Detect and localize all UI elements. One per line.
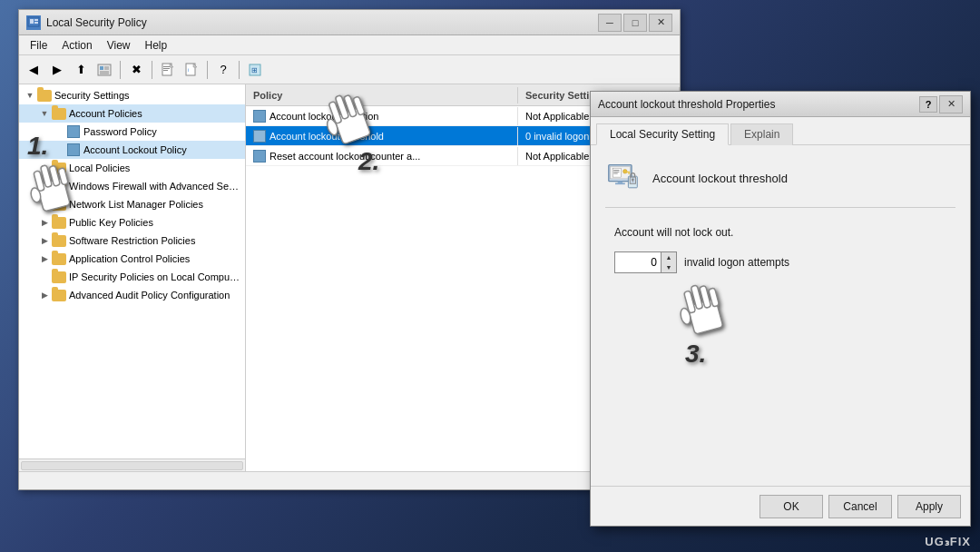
minimize-button[interactable]: ─ bbox=[598, 14, 622, 32]
dialog-icon-section: Account lockout threshold bbox=[605, 160, 956, 208]
tree-item-network[interactable]: Network List Manager Policies bbox=[19, 195, 245, 213]
spin-container: ▲ ▼ invalid logon attempts bbox=[605, 251, 956, 273]
lockout-label: Account will not lock out. bbox=[605, 226, 956, 239]
tree-item-security-settings[interactable]: ▼ Security Settings bbox=[19, 86, 245, 104]
dialog-title-text: Account lockout threshold Properties bbox=[598, 98, 775, 111]
view-menu[interactable]: View bbox=[100, 37, 138, 54]
horizontal-scrollbar[interactable] bbox=[19, 458, 245, 471]
tree-item-account-lockout[interactable]: Account Lockout Policy bbox=[19, 141, 245, 159]
tree-label-password-policy: Password Policy bbox=[83, 126, 157, 137]
expand-icon-local: ▶ bbox=[37, 161, 52, 175]
toolbar-separator4 bbox=[239, 61, 240, 79]
help-menu[interactable]: Help bbox=[138, 37, 175, 54]
tree-item-account-policies[interactable]: ▼ Account Policies bbox=[19, 104, 245, 123]
dialog-close-button[interactable]: ✕ bbox=[939, 95, 963, 113]
dialog-window: Account lockout threshold Properties ? ✕… bbox=[590, 91, 971, 527]
dialog-policy-icon bbox=[605, 160, 642, 196]
tree-label-appcontrol: Application Control Policies bbox=[69, 253, 190, 264]
dialog-title-bar: Account lockout threshold Properties ? ✕ bbox=[591, 92, 970, 117]
tree-item-pubkey[interactable]: ▶ Public Key Policies bbox=[19, 213, 245, 232]
forward-button[interactable]: ▶ bbox=[46, 59, 68, 81]
tree-item-firewall[interactable]: ▶ Windows Firewall with Advanced Secu... bbox=[19, 177, 245, 195]
folder-icon-local bbox=[52, 161, 66, 175]
window-controls: ─ □ ✕ bbox=[598, 14, 672, 32]
export-button[interactable] bbox=[157, 59, 179, 81]
tree-view: ▼ Security Settings ▼ Account Policies bbox=[19, 84, 245, 458]
spin-down-button[interactable]: ▼ bbox=[662, 262, 676, 272]
scroll-track bbox=[21, 461, 243, 470]
tab-explain[interactable]: Explain bbox=[730, 123, 793, 145]
back-button[interactable]: ◀ bbox=[23, 59, 44, 81]
properties-button[interactable] bbox=[93, 59, 115, 81]
policy-icon-lockout bbox=[66, 143, 81, 157]
tree-label-firewall: Windows Firewall with Advanced Secu... bbox=[69, 181, 241, 192]
dialog-controls: ? ✕ bbox=[919, 95, 963, 113]
spin-buttons: ▲ ▼ bbox=[661, 252, 676, 272]
expand-icon-ips bbox=[37, 270, 52, 284]
svg-rect-1 bbox=[30, 19, 34, 24]
content-area: ▼ Security Settings ▼ Account Policies bbox=[19, 84, 680, 471]
task-button[interactable]: ⊞ bbox=[244, 59, 266, 81]
tree-item-ipsec[interactable]: IP Security Policies on Local Compute... bbox=[19, 268, 245, 286]
tree-item-local-policies[interactable]: ▶ Local Policies bbox=[19, 159, 245, 177]
svg-rect-5 bbox=[100, 66, 103, 70]
tree-label-account-policies: Account Policies bbox=[69, 108, 142, 119]
spin-label: invalid logon attempts bbox=[684, 256, 789, 269]
folder-icon-pk bbox=[52, 215, 66, 230]
toolbar-separator2 bbox=[152, 61, 152, 79]
policy-name-duration: Account lockout duration bbox=[246, 107, 518, 125]
spin-input[interactable] bbox=[615, 252, 661, 272]
folder-icon-sr bbox=[52, 233, 66, 248]
toolbar-separator bbox=[120, 61, 121, 79]
svg-rect-3 bbox=[34, 22, 38, 24]
folder-icon-aa bbox=[52, 288, 66, 302]
policy-label-duration: Account lockout duration bbox=[270, 111, 378, 122]
cancel-button[interactable]: Cancel bbox=[828, 495, 892, 518]
up-button[interactable]: ⬆ bbox=[70, 59, 92, 81]
folder-icon-fw bbox=[52, 179, 66, 193]
folder-icon bbox=[37, 88, 52, 103]
tree-label-network: Network List Manager Policies bbox=[69, 199, 203, 210]
help-button[interactable]: ? bbox=[212, 59, 234, 81]
file-menu[interactable]: File bbox=[23, 37, 54, 54]
policy-label-reset: Reset account lockout counter a... bbox=[270, 151, 420, 162]
svg-text:⊞: ⊞ bbox=[251, 66, 258, 74]
expand-icon-aa: ▶ bbox=[37, 288, 52, 302]
svg-rect-28 bbox=[628, 172, 629, 174]
tree-label-account-lockout: Account Lockout Policy bbox=[83, 144, 187, 155]
dialog-help-button[interactable]: ? bbox=[919, 96, 937, 113]
action-menu[interactable]: Action bbox=[54, 37, 99, 54]
svg-rect-22 bbox=[612, 168, 621, 177]
policy-icon-pass bbox=[66, 124, 81, 139]
tree-item-audit[interactable]: ▶ Advanced Audit Policy Configuration bbox=[19, 286, 245, 304]
expand-icon: ▼ bbox=[23, 88, 37, 103]
tree-item-password-policy[interactable]: Password Policy bbox=[19, 123, 245, 141]
svg-rect-35 bbox=[632, 180, 633, 182]
policy-name-threshold: Account lockout threshold bbox=[246, 127, 518, 145]
tab-local-security[interactable]: Local Security Setting bbox=[596, 123, 729, 145]
tree-label-local-policies: Local Policies bbox=[69, 163, 130, 173]
delete-button[interactable]: ✖ bbox=[125, 59, 147, 81]
svg-rect-30 bbox=[615, 182, 625, 184]
watermark: UG₃FIX bbox=[925, 535, 971, 548]
close-button[interactable]: ✕ bbox=[649, 14, 672, 32]
ok-button[interactable]: OK bbox=[760, 495, 823, 518]
dialog-policy-title: Account lockout threshold bbox=[652, 172, 788, 185]
policy-label-threshold: Account lockout threshold bbox=[270, 131, 384, 142]
spin-up-button[interactable]: ▲ bbox=[662, 252, 676, 262]
expand-icon-account: ▼ bbox=[37, 106, 52, 121]
dialog-footer: OK Cancel Apply bbox=[591, 486, 970, 526]
maximize-button[interactable]: □ bbox=[623, 14, 647, 32]
main-window-title: Local Security Policy bbox=[46, 16, 147, 29]
folder-icon-net bbox=[52, 197, 66, 212]
import-button[interactable]: i bbox=[181, 59, 202, 81]
tree-item-appcontrol[interactable]: ▶ Application Control Policies bbox=[19, 250, 245, 268]
toolbar-separator3 bbox=[207, 61, 208, 79]
status-bar bbox=[19, 471, 680, 489]
dialog-content: Account lockout threshold Account will n… bbox=[591, 145, 970, 288]
expand-icon-pk: ▶ bbox=[37, 215, 52, 230]
apply-button[interactable]: Apply bbox=[897, 495, 961, 518]
main-window-icon bbox=[26, 15, 41, 30]
tree-item-software[interactable]: ▶ Software Restriction Policies bbox=[19, 232, 245, 250]
policy-icon-threshold bbox=[253, 130, 266, 143]
